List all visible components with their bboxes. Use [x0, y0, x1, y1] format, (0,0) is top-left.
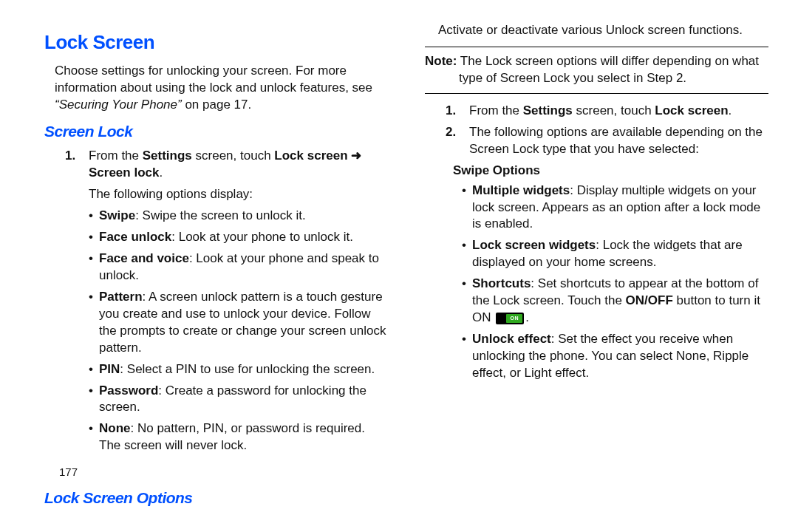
- t: screen, touch: [573, 103, 655, 117]
- t: Swipe: [99, 208, 135, 222]
- note-body: Note: The Lock screen options will diffe…: [425, 53, 768, 87]
- intro-text-2: on page 17.: [182, 98, 252, 112]
- step-content: The following options are available depe…: [465, 124, 768, 158]
- intro-paragraph: Choose settings for unlocking your scree…: [55, 63, 388, 114]
- swipe-options-heading: Swipe Options: [453, 163, 768, 180]
- list-item: Face unlock: Look at your phone to unloc…: [89, 229, 388, 246]
- screen-lock-options-list: Swipe: Swipe the screen to unlock it. Fa…: [89, 208, 388, 454]
- t: Face and voice: [99, 251, 189, 265]
- intro-italic-ref: “Securing Your Phone”: [55, 98, 182, 112]
- list-item: PIN: Select a PIN to use for unlocking t…: [89, 361, 388, 378]
- note-block: Note: The Lock screen options will diffe…: [425, 47, 768, 94]
- t: : A screen unlock pattern is a touch ges…: [99, 290, 386, 355]
- intro-text-1: Choose settings for unlocking your scree…: [55, 64, 372, 95]
- t: PIN: [99, 362, 120, 376]
- list-item: Unlock effect: Set the effect you receiv…: [462, 331, 768, 382]
- step-number: 1.: [44, 148, 84, 182]
- list-item: Swipe: Swipe the screen to unlock it.: [89, 208, 388, 225]
- t: Face unlock: [99, 230, 171, 244]
- t: Lock screen: [274, 149, 347, 163]
- step-content: From the Settings screen, touch Lock scr…: [465, 103, 768, 120]
- options-intro: Activate or deactivate various Unlock sc…: [438, 22, 768, 39]
- step-number: 2.: [425, 124, 465, 158]
- t: From the: [469, 103, 523, 117]
- t: Settings: [523, 103, 573, 117]
- list-item: Multiple widgets: Display multiple widge…: [462, 183, 768, 233]
- t: : No pattern, PIN, or password is requir…: [99, 421, 365, 452]
- page-content: Lock Screen Choose settings for unlockin…: [0, 0, 798, 532]
- t: .: [729, 103, 732, 117]
- step-1: 1. From the Settings screen, touch Lock …: [425, 103, 768, 120]
- t: None: [99, 421, 131, 435]
- t: Multiple widgets: [472, 183, 570, 197]
- t: Lock screen widgets: [472, 238, 596, 252]
- t: : Select a PIN to use for unlocking the …: [120, 362, 375, 376]
- heading-lock-screen: Lock Screen: [44, 30, 388, 55]
- t: : Swipe the screen to unlock it.: [135, 208, 306, 222]
- note-label: Note:: [425, 54, 457, 68]
- toggle-knob: ON: [506, 314, 522, 323]
- arrow-icon: ➜: [348, 149, 362, 163]
- t: screen, touch: [192, 149, 275, 163]
- list-item: Face and voice: Look at your phone and s…: [89, 250, 388, 284]
- on-toggle-icon: ON: [496, 313, 524, 324]
- t: ON/OFF: [626, 293, 673, 307]
- t: : Look at your phone to unlock it.: [171, 230, 353, 244]
- t: .: [159, 166, 163, 180]
- t: Pattern: [99, 290, 143, 304]
- swipe-options-list: Multiple widgets: Display multiple widge…: [462, 183, 768, 382]
- t: Unlock effect: [472, 332, 551, 346]
- step-content: From the Settings screen, touch Lock scr…: [84, 148, 388, 182]
- t: From the: [89, 149, 143, 163]
- heading-screen-lock: Screen Lock: [44, 121, 388, 142]
- list-item: None: No pattern, PIN, or password is re…: [89, 420, 388, 454]
- step-2: 2. The following options are available d…: [425, 124, 768, 158]
- heading-lock-screen-options: Lock Screen Options: [44, 488, 388, 508]
- list-item: Shortcuts: Set shortcuts to appear at th…: [462, 276, 768, 327]
- t: .: [525, 310, 529, 324]
- t: Password: [99, 383, 158, 398]
- note-text: The Lock screen options will differ depe…: [457, 54, 759, 85]
- t: Screen lock: [89, 166, 159, 180]
- screen-lock-steps: 1. From the Settings screen, touch Lock …: [44, 148, 388, 182]
- following-options-text: The following options display:: [89, 186, 388, 203]
- t: Shortcuts: [472, 276, 531, 290]
- list-item: Password: Create a password for unlockin…: [89, 383, 388, 417]
- options-steps: 1. From the Settings screen, touch Lock …: [425, 103, 768, 158]
- page-number: 177: [59, 465, 388, 480]
- list-item: Pattern: A screen unlock pattern is a to…: [89, 289, 388, 357]
- list-item: Lock screen widgets: Lock the widgets th…: [462, 237, 768, 271]
- step-number: 1.: [425, 103, 465, 120]
- t: Settings: [143, 149, 192, 163]
- step-1: 1. From the Settings screen, touch Lock …: [44, 148, 388, 182]
- t: Lock screen: [655, 103, 728, 117]
